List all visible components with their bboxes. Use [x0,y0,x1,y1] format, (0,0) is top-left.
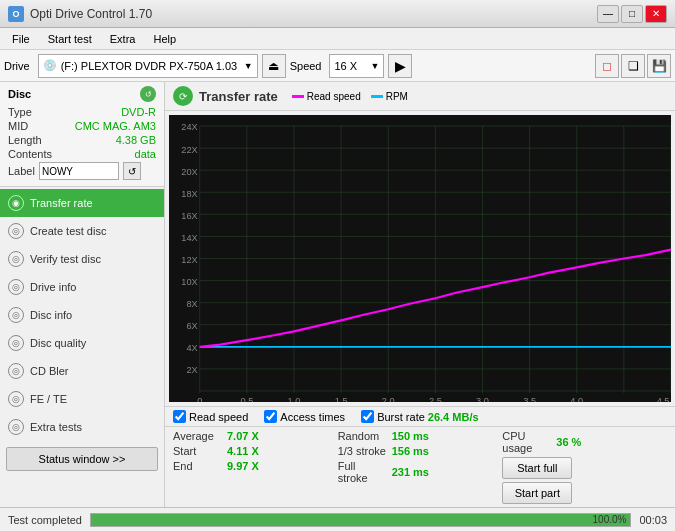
drive-selector[interactable]: 💿 (F:) PLEXTOR DVDR PX-750A 1.03 ▼ [38,54,258,78]
sidebar-item-cd-bler[interactable]: ◎ CD Bler [0,357,164,385]
drive-label: Drive [4,60,30,72]
stats-col-3: CPU usage 36 % Start full Start part [502,430,667,504]
svg-text:24X: 24X [181,121,198,132]
svg-text:1.0: 1.0 [288,395,301,402]
end-row: End 9.97 X [173,460,338,472]
full-stroke-value: 231 ms [392,466,437,478]
svg-text:4.5 GB: 4.5 GB [657,395,671,402]
start-full-button[interactable]: Start full [502,457,572,479]
average-label: Average [173,430,223,442]
speed-selector[interactable]: 16 X ▼ [329,54,384,78]
svg-text:14X: 14X [181,232,198,243]
disc-info-label: Disc info [30,309,72,321]
read-speed-checkbox-item: Read speed [173,410,248,423]
burst-rate-checkbox[interactable] [361,410,374,423]
random-label: Random [338,430,388,442]
status-window-button[interactable]: Status window >> [6,447,158,471]
access-times-checkbox[interactable] [264,410,277,423]
stats-col-1: Average 7.07 X Start 4.11 X End 9.97 X [173,430,338,504]
stats-col-2: Random 150 ms 1/3 stroke 156 ms Full str… [338,430,503,504]
eject-button[interactable]: ⏏ [262,54,286,78]
main-content: Disc ↺ Type DVD-R MID CMC MAG. AM3 Lengt… [0,82,675,507]
eraser-button[interactable]: ◻ [595,54,619,78]
go-button[interactable]: ▶ [388,54,412,78]
sidebar-item-drive-info[interactable]: ◎ Drive info [0,273,164,301]
menu-extra[interactable]: Extra [102,31,144,47]
extra-tests-icon: ◎ [8,419,24,435]
sidebar-item-extra-tests[interactable]: ◎ Extra tests [0,413,164,441]
disc-panel-header: Disc ↺ [8,86,156,102]
svg-text:1.5: 1.5 [335,395,348,402]
stroke-1-3-row: 1/3 stroke 156 ms [338,445,503,457]
start-value: 4.11 X [227,445,272,457]
toolbar-right-icons: ◻ ❑ 💾 [595,54,671,78]
label-input[interactable] [39,162,119,180]
svg-text:22X: 22X [181,143,198,154]
start-part-button[interactable]: Start part [502,482,572,504]
sidebar-item-transfer-rate[interactable]: ◉ Transfer rate [0,189,164,217]
verify-test-disc-icon: ◎ [8,251,24,267]
right-panel: ⟳ Transfer rate Read speed RPM [165,82,675,507]
disc-quality-label: Disc quality [30,337,86,349]
average-row: Average 7.07 X [173,430,338,442]
svg-text:16X: 16X [181,209,198,220]
window-controls: — □ ✕ [597,5,667,23]
sidebar-item-disc-quality[interactable]: ◎ Disc quality [0,329,164,357]
sidebar-menu: ◉ Transfer rate ◎ Create test disc ◎ Ver… [0,187,164,443]
menu-help[interactable]: Help [145,31,184,47]
create-test-disc-icon: ◎ [8,223,24,239]
sidebar: Disc ↺ Type DVD-R MID CMC MAG. AM3 Lengt… [0,82,165,507]
chart-container: 24X 22X 20X 18X 16X 14X 12X 10X 8X 6X 4X… [169,115,671,402]
svg-text:18X: 18X [181,187,198,198]
disc-type-row: Type DVD-R [8,106,156,118]
progress-bar: 100.0% [90,513,631,527]
svg-text:3.5: 3.5 [523,395,536,402]
sidebar-item-verify-test-disc[interactable]: ◎ Verify test disc [0,245,164,273]
speed-label: Speed [290,60,322,72]
menu-start-test[interactable]: Start test [40,31,100,47]
disc-refresh-icon[interactable]: ↺ [140,86,156,102]
legend-read-speed: Read speed [292,91,361,102]
cpu-label: CPU usage [502,430,552,454]
sidebar-item-fe-te[interactable]: ◎ FE / TE [0,385,164,413]
maximize-button[interactable]: □ [621,5,643,23]
menu-file[interactable]: File [4,31,38,47]
svg-text:4X: 4X [186,342,198,353]
legend-rpm-label: RPM [386,91,408,102]
read-speed-color [292,95,304,98]
drive-info-icon: ◎ [8,279,24,295]
burst-rate-checkbox-item: Burst rate 26.4 MB/s [361,410,478,423]
chart-title: Transfer rate [199,89,278,104]
end-value: 9.97 X [227,460,272,472]
sidebar-item-create-test-disc[interactable]: ◎ Create test disc [0,217,164,245]
svg-text:2X: 2X [186,364,198,375]
label-label: Label [8,165,35,177]
app-title: Opti Drive Control 1.70 [30,7,152,21]
random-value: 150 ms [392,430,437,442]
burst-rate-checkbox-label: Burst rate [377,411,425,423]
mid-value: CMC MAG. AM3 [75,120,156,132]
fe-te-icon: ◎ [8,391,24,407]
svg-text:6X: 6X [186,320,198,331]
disc-quality-icon: ◎ [8,335,24,351]
start-full-row: Start full [502,457,667,479]
svg-text:12X: 12X [181,254,198,265]
start-part-row: Start part [502,482,667,504]
sidebar-item-disc-info[interactable]: ◎ Disc info [0,301,164,329]
contents-value: data [135,148,156,160]
svg-text:3.0: 3.0 [476,395,489,402]
rpm-color [371,95,383,98]
verify-test-disc-label: Verify test disc [30,253,101,265]
stats-table: Average 7.07 X Start 4.11 X End 9.97 X R… [165,426,675,507]
random-row: Random 150 ms [338,430,503,442]
close-button[interactable]: ✕ [645,5,667,23]
cd-bler-label: CD Bler [30,365,69,377]
read-speed-checkbox[interactable] [173,410,186,423]
label-refresh-button[interactable]: ↺ [123,162,141,180]
save-button[interactable]: 💾 [647,54,671,78]
title-bar: O Opti Drive Control 1.70 — □ ✕ [0,0,675,28]
drive-icon: 💿 [43,59,57,72]
access-times-checkbox-label: Access times [280,411,345,423]
copy-button[interactable]: ❑ [621,54,645,78]
minimize-button[interactable]: — [597,5,619,23]
